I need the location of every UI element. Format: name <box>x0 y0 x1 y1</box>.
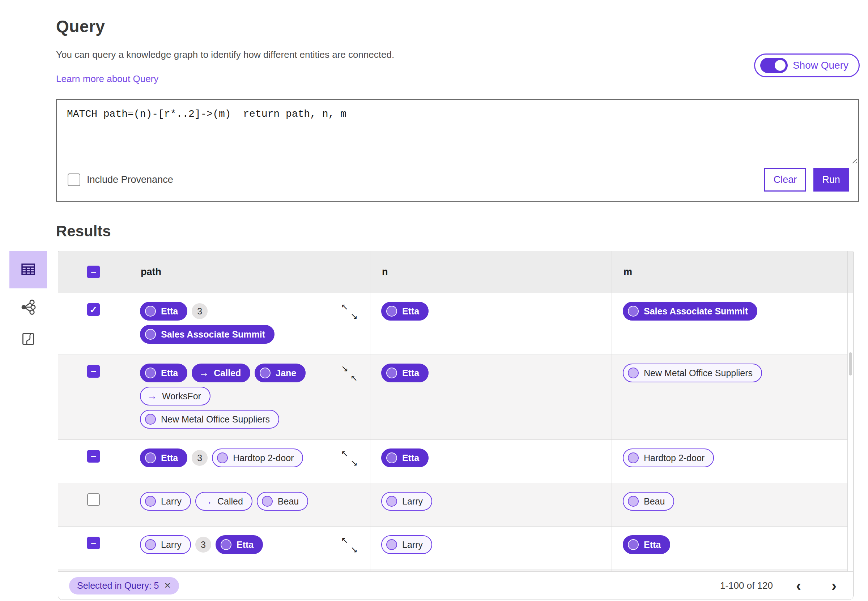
node-pill[interactable]: Larry <box>381 535 432 554</box>
query-page: Show Query Query You can query a knowled… <box>0 0 868 601</box>
node-pill[interactable]: Etta <box>381 363 429 382</box>
clear-button[interactable]: Clear <box>764 168 806 192</box>
run-button[interactable]: Run <box>813 168 849 192</box>
map-view-icon <box>20 331 36 348</box>
cell-line: Sales Associate Summit <box>623 302 847 320</box>
node-label: Etta <box>161 453 178 463</box>
edge-pill[interactable]: →Called <box>195 492 252 511</box>
node-label: Sales Associate Summit <box>161 329 265 340</box>
m-cell: Etta <box>611 526 847 570</box>
query-input[interactable]: MATCH path=(n)-[r*..2]->(m) return path,… <box>57 100 858 165</box>
result-row[interactable]: Larry→CalledBeauLarryBeau <box>58 483 847 526</box>
node-label: Hardtop 2-door <box>644 453 704 463</box>
graph-view-button[interactable] <box>9 295 47 320</box>
m-cell: Sales Associate Summit <box>611 293 847 354</box>
row-checkbox[interactable] <box>87 493 100 506</box>
node-pill[interactable]: Etta <box>140 363 187 382</box>
edge-pill[interactable]: →Called <box>192 363 250 382</box>
column-header-m[interactable]: m <box>611 251 847 293</box>
page-description: You can query a knowledge graph to ident… <box>56 49 860 60</box>
node-pill[interactable]: Jane <box>255 363 306 382</box>
toggle-switch[interactable] <box>760 58 788 73</box>
result-row[interactable]: −Etta→CalledJane→WorksForNew Metal Offic… <box>58 355 847 440</box>
select-all-checkbox[interactable]: − <box>87 265 100 278</box>
row-checkbox[interactable]: − <box>87 365 100 378</box>
chip-close-icon[interactable]: ✕ <box>164 581 171 590</box>
learn-more-link[interactable]: Learn more about Query <box>56 73 158 85</box>
node-circle-icon <box>628 496 639 507</box>
expand-icon[interactable]: ↖↘ <box>341 536 358 554</box>
node-circle-icon <box>260 368 270 378</box>
result-row[interactable]: ✓Etta3Sales Associate Summit↖↘EttaSales … <box>58 293 847 355</box>
node-pill[interactable]: Larry <box>140 535 191 554</box>
select-cell: − <box>58 440 129 483</box>
table-view-button[interactable] <box>9 251 47 288</box>
node-label: New Metal Office Suppliers <box>161 414 270 425</box>
table-view-icon <box>20 261 37 279</box>
node-pill[interactable]: Beau <box>623 492 674 511</box>
node-label: Larry <box>402 496 423 507</box>
row-checkbox[interactable]: − <box>87 537 100 549</box>
m-cell: New Metal Office Suppliers <box>611 355 847 439</box>
filter-chip-label: Selected in Query: 5 <box>77 580 159 591</box>
node-circle-icon <box>262 496 273 507</box>
node-label: Etta <box>402 368 419 378</box>
show-query-toggle[interactable]: Show Query <box>754 53 860 77</box>
result-row[interactable]: −Etta3Hardtop 2-door↖↘EttaHardtop 2-door <box>58 440 847 483</box>
node-pill[interactable]: Beau <box>257 492 308 511</box>
node-label: Etta <box>237 540 254 550</box>
n-cell: Larry <box>370 526 611 570</box>
node-label: Etta <box>402 306 419 317</box>
prev-page-icon[interactable]: ‹ <box>796 578 801 593</box>
row-checkbox[interactable]: ✓ <box>87 303 100 316</box>
node-pill[interactable]: New Metal Office Suppliers <box>140 410 279 429</box>
filter-chip[interactable]: Selected in Query: 5 ✕ <box>69 577 179 595</box>
map-view-button[interactable] <box>9 327 47 352</box>
include-provenance-checkbox[interactable] <box>68 174 80 186</box>
node-pill[interactable]: Etta <box>623 535 670 554</box>
m-cell: Beau <box>611 483 847 526</box>
path-line: Etta3 <box>140 302 330 320</box>
query-textarea-wrap: MATCH path=(n)-[r*..2]->(m) return path,… <box>57 100 858 165</box>
node-label: Sales Associate Summit <box>644 306 748 317</box>
cell-line: Larry <box>381 492 611 511</box>
expand-icon[interactable]: ↖↘ <box>341 449 358 467</box>
results-footer: Selected in Query: 5 ✕ 1-100 of 120 ‹ › <box>58 571 853 599</box>
cell-line: Beau <box>623 492 847 511</box>
count-badge: 3 <box>192 450 208 466</box>
node-pill[interactable]: Sales Associate Summit <box>623 302 757 320</box>
node-pill[interactable]: Etta <box>381 448 429 467</box>
node-pill[interactable]: Larry <box>140 492 191 511</box>
m-cell: Hardtop 2-door <box>611 440 847 483</box>
node-pill[interactable]: New Metal Office Suppliers <box>623 363 762 382</box>
expand-icon[interactable]: ↖↘ <box>341 302 358 320</box>
node-pill[interactable]: Etta <box>140 302 187 320</box>
node-pill[interactable]: Hardtop 2-door <box>623 448 714 467</box>
path-line: →WorksFor <box>140 387 330 406</box>
column-header-n[interactable]: n <box>370 251 611 293</box>
result-row[interactable]: −Larry3Etta↖↘LarryEtta <box>58 526 847 570</box>
node-pill[interactable]: Etta <box>140 448 187 467</box>
path-line: Etta→CalledJane <box>140 363 330 382</box>
node-pill[interactable]: Etta <box>381 302 429 320</box>
column-header-path[interactable]: path <box>129 251 370 293</box>
include-provenance[interactable]: Include Provenance <box>68 174 173 186</box>
edge-pill[interactable]: →WorksFor <box>140 387 211 406</box>
select-cell: − <box>58 355 129 439</box>
path-cell: Etta3Hardtop 2-door↖↘ <box>129 440 370 483</box>
n-cell: Etta <box>370 355 611 439</box>
node-pill[interactable]: Etta <box>215 535 263 554</box>
collapse-icon[interactable]: ↘↖ <box>341 364 358 382</box>
scrollbar-thumb[interactable] <box>849 352 852 375</box>
node-pill[interactable]: Sales Associate Summit <box>140 325 275 344</box>
node-pill[interactable]: Hardtop 2-door <box>212 448 303 467</box>
results-table: − path n m ✓Etta3Sales Associate Summit↖… <box>58 251 854 600</box>
table-scrollbar[interactable] <box>847 251 853 571</box>
top-divider <box>0 11 868 11</box>
node-pill[interactable]: Larry <box>381 492 432 511</box>
row-checkbox[interactable]: − <box>87 450 100 462</box>
node-circle-icon <box>628 539 639 550</box>
node-label: Hardtop 2-door <box>233 453 294 463</box>
next-page-icon[interactable]: › <box>831 578 836 593</box>
results-table-header: − path n m <box>58 251 853 293</box>
